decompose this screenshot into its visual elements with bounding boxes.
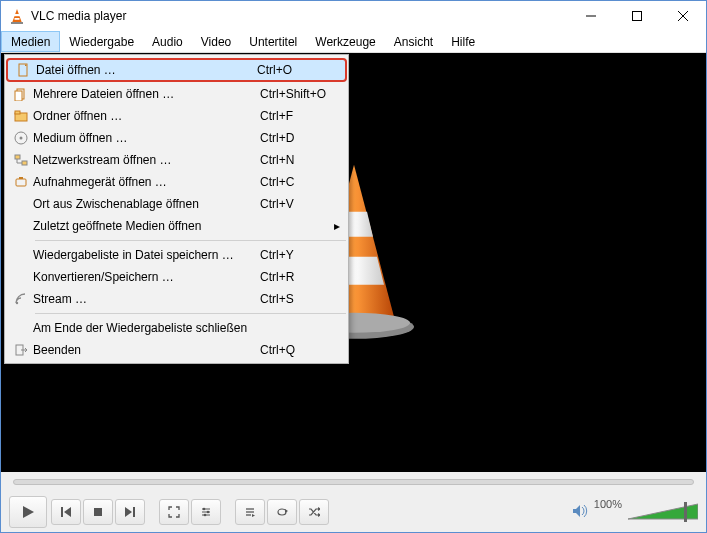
menu-item-save-playlist[interactable]: Wiedergabeliste in Datei speichern … Ctr… — [5, 244, 348, 266]
disc-icon — [9, 131, 33, 145]
maximize-button[interactable] — [614, 1, 660, 31]
svg-rect-26 — [19, 177, 23, 179]
svg-rect-50 — [684, 502, 687, 522]
menu-audio[interactable]: Audio — [143, 31, 192, 52]
menu-ansicht[interactable]: Ansicht — [385, 31, 442, 52]
titlebar: VLC media player — [1, 1, 706, 31]
svg-marker-33 — [125, 507, 132, 517]
menu-item-shortcut: Ctrl+S — [260, 292, 340, 306]
svg-rect-3 — [15, 18, 20, 20]
menu-item-label: Am Ende der Wiedergabeliste schließen — [33, 321, 340, 335]
menu-item-label: Stream … — [33, 292, 260, 306]
menu-separator — [35, 240, 346, 241]
svg-point-27 — [16, 302, 18, 304]
menu-item-label: Netzwerkstream öffnen … — [33, 153, 260, 167]
network-icon — [9, 153, 33, 167]
menu-untertitel[interactable]: Untertitel — [240, 31, 306, 52]
svg-rect-16 — [15, 91, 22, 101]
svg-rect-5 — [633, 12, 642, 21]
previous-button[interactable] — [51, 499, 81, 525]
svg-rect-34 — [133, 507, 135, 517]
shuffle-button[interactable] — [299, 499, 329, 525]
playback-controls: 100% — [1, 492, 706, 532]
menu-item-quit-after[interactable]: Am Ende der Wiedergabeliste schließen — [5, 317, 348, 339]
menu-item-recent[interactable]: Zuletzt geöffnete Medien öffnen ▸ — [5, 215, 348, 237]
next-button[interactable] — [115, 499, 145, 525]
menu-item-label: Konvertieren/Speichern … — [33, 270, 260, 284]
svg-rect-32 — [94, 508, 102, 516]
menu-item-open-clipboard[interactable]: Ort aus Zwischenablage öffnen Ctrl+V — [5, 193, 348, 215]
menu-item-label: Ort aus Zwischenablage öffnen — [33, 197, 260, 211]
menu-item-shortcut: Ctrl+D — [260, 131, 340, 145]
fullscreen-button[interactable] — [159, 499, 189, 525]
volume-slider[interactable] — [628, 502, 698, 522]
menu-video[interactable]: Video — [192, 31, 240, 52]
seek-bar-area — [1, 472, 706, 492]
seek-slider[interactable] — [13, 479, 694, 485]
menu-item-open-capture[interactable]: Aufnahmegerät öffnen … Ctrl+C — [5, 171, 348, 193]
play-button[interactable] — [9, 496, 47, 528]
app-icon — [9, 8, 25, 24]
svg-marker-48 — [573, 505, 580, 517]
menu-item-label: Beenden — [33, 343, 260, 357]
submenu-arrow-icon: ▸ — [334, 219, 340, 233]
files-icon — [9, 87, 33, 101]
playlist-button[interactable] — [235, 499, 265, 525]
menu-item-open-file[interactable]: Datei öffnen … Ctrl+O — [6, 58, 347, 82]
svg-rect-18 — [15, 111, 20, 114]
loop-button[interactable] — [267, 499, 297, 525]
menu-item-quit[interactable]: Beenden Ctrl+Q — [5, 339, 348, 361]
menu-item-label: Zuletzt geöffnete Medien öffnen — [33, 219, 340, 233]
svg-marker-47 — [318, 513, 320, 517]
menu-item-open-multiple[interactable]: Mehrere Dateien öffnen … Ctrl+Shift+O — [5, 83, 348, 105]
menu-item-open-folder[interactable]: Ordner öffnen … Ctrl+F — [5, 105, 348, 127]
menu-item-label: Wiedergabeliste in Datei speichern … — [33, 248, 260, 262]
volume-area: 100% — [572, 502, 698, 522]
svg-point-20 — [20, 137, 23, 140]
medien-dropdown: Datei öffnen … Ctrl+O Mehrere Dateien öf… — [4, 54, 349, 364]
svg-marker-46 — [318, 507, 320, 511]
stream-icon — [9, 292, 33, 306]
menu-item-shortcut: Ctrl+N — [260, 153, 340, 167]
svg-rect-25 — [16, 179, 26, 186]
svg-rect-1 — [11, 22, 23, 24]
menu-item-label: Mehrere Dateien öffnen … — [33, 87, 260, 101]
svg-marker-44 — [252, 514, 255, 517]
close-button[interactable] — [660, 1, 706, 31]
menu-wiedergabe[interactable]: Wiedergabe — [60, 31, 143, 52]
quit-icon — [9, 343, 33, 357]
menu-item-shortcut: Ctrl+R — [260, 270, 340, 284]
capture-icon — [9, 175, 33, 189]
svg-rect-30 — [61, 507, 63, 517]
menu-item-label: Aufnahmegerät öffnen … — [33, 175, 260, 189]
menubar: Medien Wiedergabe Audio Video Untertitel… — [1, 31, 706, 53]
window-controls — [568, 1, 706, 31]
menu-item-open-disc[interactable]: Medium öffnen … Ctrl+D — [5, 127, 348, 149]
menu-separator — [35, 313, 346, 314]
menu-medien[interactable]: Medien — [1, 31, 60, 52]
speaker-icon[interactable] — [572, 503, 588, 522]
menu-item-label: Medium öffnen … — [33, 131, 260, 145]
menu-item-convert[interactable]: Konvertieren/Speichern … Ctrl+R — [5, 266, 348, 288]
minimize-button[interactable] — [568, 1, 614, 31]
svg-marker-29 — [23, 506, 34, 518]
svg-rect-21 — [15, 155, 20, 159]
menu-item-label: Datei öffnen … — [36, 63, 257, 77]
menu-werkzeuge[interactable]: Werkzeuge — [306, 31, 384, 52]
file-icon — [12, 63, 36, 77]
menu-item-shortcut: Ctrl+V — [260, 197, 340, 211]
window-title: VLC media player — [31, 9, 126, 23]
menu-item-shortcut: Ctrl+F — [260, 109, 340, 123]
svg-point-40 — [204, 514, 207, 517]
app-window: VLC media player Medien Wiedergabe Audio… — [0, 0, 707, 533]
stop-button[interactable] — [83, 499, 113, 525]
menu-item-shortcut: Ctrl+Y — [260, 248, 340, 262]
menu-hilfe[interactable]: Hilfe — [442, 31, 484, 52]
menu-item-open-network[interactable]: Netzwerkstream öffnen … Ctrl+N — [5, 149, 348, 171]
svg-rect-22 — [22, 161, 27, 165]
menu-item-shortcut: Ctrl+Q — [260, 343, 340, 357]
extended-settings-button[interactable] — [191, 499, 221, 525]
volume-label: 100% — [594, 498, 622, 510]
svg-point-39 — [207, 511, 210, 514]
menu-item-stream[interactable]: Stream … Ctrl+S — [5, 288, 348, 310]
